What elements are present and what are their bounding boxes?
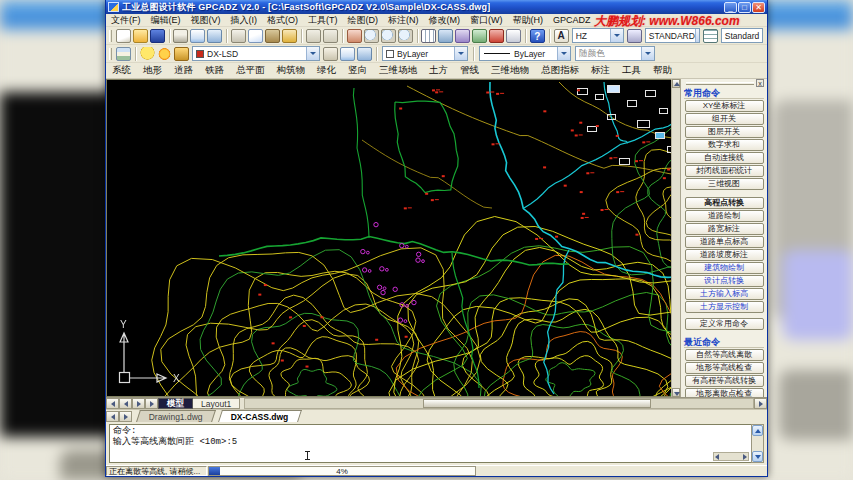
layer-previous-icon[interactable] <box>340 47 355 61</box>
new-file-icon[interactable] <box>116 29 131 43</box>
quickcalc-icon[interactable] <box>506 29 521 43</box>
window-titlebar[interactable]: 工业总图设计软件 GPCADZ V2.0 - [C:\FastSoft\GPCA… <box>106 0 767 14</box>
text-style-icon[interactable]: A <box>554 29 569 43</box>
command-h-scrollbar[interactable] <box>713 452 749 461</box>
menu-tools2[interactable]: 工具 <box>616 64 647 77</box>
menu-structures[interactable]: 构筑物 <box>271 64 312 77</box>
btn-elev-contour-convert[interactable]: 有高程等高线转换 <box>685 375 764 387</box>
table-style-combo[interactable]: Standard <box>721 28 763 43</box>
layer-combo[interactable]: DX-LSD <box>192 46 320 61</box>
drawing-canvas[interactable] <box>106 79 671 397</box>
command-v-scrollbar[interactable] <box>751 424 764 463</box>
panel-grip[interactable] <box>686 82 754 85</box>
tab-last-icon[interactable] <box>145 398 158 409</box>
tab-drawing1[interactable]: Drawing1.dwg <box>136 410 216 422</box>
copy-icon[interactable] <box>248 29 263 43</box>
menu-gpcadz[interactable]: GPCADZ <box>548 14 596 26</box>
menu-format[interactable]: 格式(O) <box>262 14 303 26</box>
menu-modify[interactable]: 修改(M) <box>424 14 466 26</box>
menu-insert[interactable]: 插入(I) <box>226 14 263 26</box>
menu-system[interactable]: 系统 <box>106 64 137 77</box>
doc-next-icon[interactable] <box>119 411 132 422</box>
layer-states-icon[interactable] <box>357 47 372 61</box>
dropdown-arrow-icon[interactable] <box>306 47 319 60</box>
btn-number-sum[interactable]: 数字求和 <box>685 139 764 151</box>
toolbar-grip[interactable] <box>109 48 112 60</box>
btn-road-point-elevation[interactable]: 道路单点标高 <box>685 236 764 248</box>
menu-help[interactable]: 帮助(H) <box>508 14 549 26</box>
tab-layout1[interactable]: Layout1 <box>193 398 240 409</box>
zoom-window-icon[interactable] <box>381 29 396 43</box>
doc-prev-icon[interactable] <box>106 411 119 422</box>
scroll-down-icon[interactable] <box>752 451 763 462</box>
tab-first-icon[interactable] <box>106 398 119 409</box>
tab-prev-icon[interactable] <box>119 398 132 409</box>
btn-layer-toggle[interactable]: 图层开关 <box>685 126 764 138</box>
btn-earthwork-input-elev[interactable]: 土方输入标高 <box>685 288 764 300</box>
menu-tools[interactable]: 工具(T) <box>303 14 343 26</box>
btn-road-draw[interactable]: 道路绘制 <box>685 210 764 222</box>
minimize-button[interactable]: _ <box>724 2 737 13</box>
command-input[interactable]: 命令: 输入等高线离散间距 <10m>:5 <box>109 424 751 463</box>
menu-3d-site[interactable]: 三维场地 <box>373 64 423 77</box>
scroll-up-icon[interactable] <box>752 425 763 436</box>
open-file-icon[interactable] <box>133 29 148 43</box>
dropdown-arrow-icon[interactable] <box>610 29 623 42</box>
dim-style-icon[interactable] <box>627 29 642 43</box>
btn-earthwork-display[interactable]: 土方显示控制 <box>685 301 764 313</box>
tab-dx-cass[interactable]: DX-CASS.dwg <box>218 410 302 422</box>
btn-auto-connect-line[interactable]: 自动连接线 <box>685 152 764 164</box>
menu-siteplan[interactable]: 总平面 <box>230 64 271 77</box>
make-layer-current-icon[interactable] <box>323 47 338 61</box>
menu-dimension2[interactable]: 标注 <box>585 64 616 77</box>
scroll-thumb[interactable] <box>423 399 651 408</box>
markup-icon[interactable] <box>489 29 504 43</box>
btn-elevation-point-convert[interactable]: 高程点转换 <box>685 197 764 209</box>
undo-icon[interactable] <box>306 29 321 43</box>
canvas-vertical-scrollbar[interactable] <box>671 79 680 397</box>
tab-model[interactable]: 模型 <box>158 398 193 409</box>
save-icon[interactable] <box>150 29 165 43</box>
menu-view[interactable]: 视图(V) <box>186 14 226 26</box>
toolbar-grip[interactable] <box>109 30 112 42</box>
menu-file[interactable]: 文件(F) <box>106 14 146 26</box>
paste-icon[interactable] <box>265 29 280 43</box>
plot-icon[interactable] <box>173 29 188 43</box>
tab-next-icon[interactable] <box>132 398 145 409</box>
btn-natural-contour-discrete[interactable]: 自然等高线离散 <box>685 349 764 361</box>
menu-greening[interactable]: 绿化 <box>311 64 342 77</box>
btn-design-point-convert[interactable]: 设计点转换 <box>685 275 764 287</box>
dim-style-combo[interactable]: STANDARD <box>645 28 700 43</box>
zoom-realtime-icon[interactable] <box>364 29 379 43</box>
btn-closed-area-stat[interactable]: 封闭线面积统计 <box>685 165 764 177</box>
plotstyle-combo[interactable]: 随颜色 <box>575 46 655 61</box>
menu-vertical[interactable]: 竖向 <box>342 64 373 77</box>
match-properties-icon[interactable] <box>282 29 297 43</box>
canvas-horizontal-scrollbar[interactable] <box>244 398 754 409</box>
btn-terrain-point-check[interactable]: 地形离散点检查 <box>685 388 764 397</box>
menu-terrain[interactable]: 地形 <box>137 64 168 77</box>
menu-help2[interactable]: 帮助 <box>647 64 678 77</box>
dropdown-arrow-icon[interactable] <box>557 47 570 60</box>
maximize-button[interactable]: □ <box>738 2 751 13</box>
panel-close-icon[interactable]: x <box>756 79 764 87</box>
sheetset-icon[interactable] <box>421 29 436 43</box>
cut-icon[interactable] <box>231 29 246 43</box>
zoom-previous-icon[interactable] <box>398 29 413 43</box>
color-combo[interactable]: ByLayer <box>382 46 468 61</box>
btn-building-draw[interactable]: 建筑物绘制 <box>685 262 764 274</box>
redo-icon[interactable] <box>323 29 338 43</box>
menu-pipeline[interactable]: 管线 <box>454 64 485 77</box>
topographic-map[interactable] <box>107 80 671 396</box>
menu-dimension[interactable]: 标注(N) <box>383 14 424 26</box>
menu-window[interactable]: 窗口(W) <box>465 14 508 26</box>
dropdown-arrow-icon[interactable] <box>454 47 467 60</box>
help-icon[interactable]: ? <box>530 29 545 43</box>
designcenter-icon[interactable] <box>455 29 470 43</box>
properties-icon[interactable] <box>438 29 453 43</box>
tool-palettes-icon[interactable] <box>472 29 487 43</box>
plot-preview-icon[interactable] <box>190 29 205 43</box>
linetype-combo[interactable]: ByLayer <box>479 46 571 61</box>
btn-group-toggle[interactable]: 组开关 <box>685 113 764 125</box>
btn-road-slope-label[interactable]: 道路坡度标注 <box>685 249 764 261</box>
